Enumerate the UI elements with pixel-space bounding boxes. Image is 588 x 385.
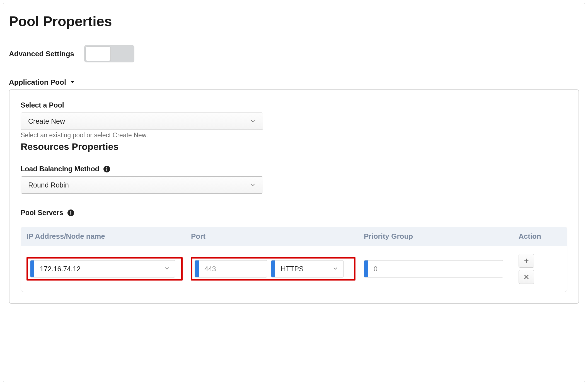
col-port: Port	[191, 232, 364, 241]
load-balancing-dropdown[interactable]: Round Robin	[21, 176, 263, 194]
close-icon	[523, 274, 529, 280]
pool-servers-table: IP Address/Node name Port Priority Group…	[21, 227, 567, 292]
application-pool-title: Application Pool	[9, 78, 66, 87]
chevron-down-icon	[164, 265, 175, 272]
pool-properties-panel: Pool Properties Advanced Settings Applic…	[3, 3, 585, 382]
blue-tag	[364, 260, 368, 277]
chevron-down-icon	[333, 265, 343, 272]
resources-properties-title: Resources Properties	[21, 141, 567, 152]
svg-point-2	[106, 167, 107, 168]
col-priority: Priority Group	[364, 232, 519, 241]
port-field[interactable]	[199, 260, 267, 277]
pool-servers-label: Pool Servers	[21, 209, 63, 217]
table-row: 172.16.74.12	[21, 246, 567, 292]
select-pool-value: Create New	[28, 117, 65, 125]
select-pool-dropdown[interactable]: Create New	[21, 113, 263, 130]
col-ip: IP Address/Node name	[26, 232, 191, 241]
advanced-settings-label: Advanced Settings	[9, 50, 74, 58]
priority-input[interactable]	[364, 260, 503, 277]
add-row-button[interactable]	[519, 254, 534, 268]
select-pool-label: Select a Pool	[21, 101, 567, 109]
blue-tag	[30, 260, 34, 277]
toggle-knob	[86, 47, 111, 61]
page-title: Pool Properties	[9, 13, 579, 30]
svg-rect-1	[106, 168, 107, 171]
info-icon[interactable]	[67, 209, 74, 216]
blue-tag	[271, 260, 275, 277]
application-pool-expander[interactable]: Application Pool	[9, 78, 75, 87]
chevron-down-icon	[250, 181, 256, 189]
plus-icon	[523, 258, 529, 264]
remove-row-button[interactable]	[519, 270, 534, 284]
select-pool-helper: Select an existing pool or select Create…	[21, 131, 567, 139]
chevron-down-icon	[250, 117, 256, 125]
highlight-box: 172.16.74.12	[26, 257, 183, 281]
info-icon[interactable]	[103, 165, 110, 173]
blue-tag	[195, 260, 199, 277]
load-balancing-value: Round Robin	[28, 181, 69, 189]
priority-field[interactable]	[368, 260, 503, 277]
protocol-select[interactable]: HTTPS	[271, 260, 343, 277]
port-input[interactable]	[195, 260, 267, 277]
caret-down-icon	[70, 78, 75, 87]
protocol-value: HTTPS	[275, 265, 333, 273]
ip-address-select[interactable]: 172.16.74.12	[30, 260, 175, 277]
application-pool-panel: Select a Pool Create New Select an exist…	[9, 89, 579, 304]
col-action: Action	[519, 232, 552, 241]
svg-rect-7	[524, 260, 529, 261]
ip-address-value: 172.16.74.12	[34, 265, 164, 273]
highlight-box: HTTPS	[191, 257, 355, 281]
svg-point-5	[70, 211, 71, 212]
load-balancing-label: Load Balancing Method	[21, 165, 99, 173]
svg-rect-4	[70, 212, 71, 215]
advanced-settings-toggle[interactable]	[84, 45, 134, 62]
pool-servers-header: IP Address/Node name Port Priority Group…	[21, 227, 567, 246]
